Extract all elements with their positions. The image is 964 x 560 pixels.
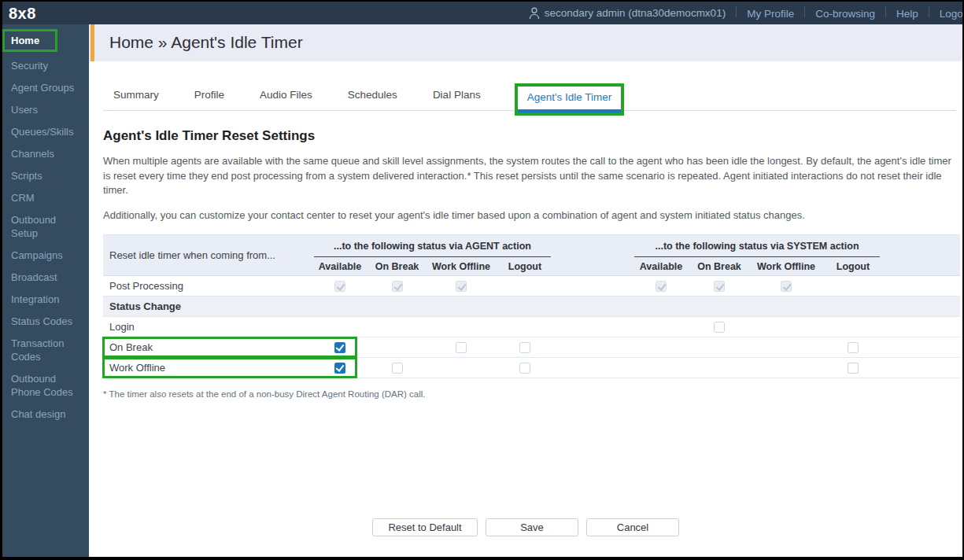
checkbox-work-offline-agent-available[interactable] xyxy=(334,363,345,374)
save-button[interactable]: Save xyxy=(486,518,578,536)
checkbox-work-offline-agent-on-break[interactable] xyxy=(392,363,403,374)
cell-system-on-break xyxy=(690,276,748,296)
table-row-status-change: Status Change xyxy=(103,297,960,317)
sidebar-item-scripts[interactable]: Scripts xyxy=(2,169,89,182)
tab-label: Summary xyxy=(113,89,159,101)
footnote: * The timer also resets at the end of a … xyxy=(103,389,956,399)
row-label: Post Processing xyxy=(103,276,312,296)
main-area: Home » Agent's Idle Timer SummaryProfile… xyxy=(89,24,962,557)
sidebar-item-security[interactable]: Security xyxy=(2,59,89,72)
sidebar-item-campaigns[interactable]: Campaigns xyxy=(2,249,89,262)
cell-system-logout xyxy=(824,337,882,357)
reset-to-default-button[interactable]: Reset to Default xyxy=(372,518,478,536)
topbar-link-co-browsing[interactable]: Co-browsing xyxy=(815,8,875,20)
page-title: Agent's Idle Timer Reset Settings xyxy=(103,128,956,144)
tab-strip: SummaryProfileAudio FilesSchedulesDial P… xyxy=(103,83,956,111)
section-label: Status Change xyxy=(103,297,312,316)
tab-summary[interactable]: Summary xyxy=(112,84,161,110)
agent-action-group: ...to the following status via AGENT act… xyxy=(312,235,553,275)
checkbox-post-processing-system-available xyxy=(656,281,667,292)
checkbox-work-offline-agent-logout[interactable] xyxy=(519,363,530,374)
content: Agent's Idle Timer Reset Settings When m… xyxy=(103,128,956,399)
topbar-divider xyxy=(885,6,886,17)
tab-label: Profile xyxy=(194,89,224,101)
sidebar: HomeSecurityAgent GroupsUsersQueues/Skil… xyxy=(2,24,89,557)
sidebar-item-broadcast[interactable]: Broadcast xyxy=(2,271,89,284)
row-label: Login xyxy=(103,317,312,337)
sidebar-item-agent-groups[interactable]: Agent Groups xyxy=(2,81,89,94)
checkbox-on-break-agent-logout[interactable] xyxy=(519,342,530,353)
cancel-button[interactable]: Cancel xyxy=(586,518,679,536)
cell-system-on-break xyxy=(690,317,748,337)
cell-agent-on-break xyxy=(368,337,426,357)
sidebar-item-integration[interactable]: Integration xyxy=(2,293,89,306)
agent-group-header: ...to the following status via AGENT act… xyxy=(314,235,551,257)
table-row-login: Login xyxy=(103,317,960,337)
sidebar-item-crm[interactable]: CRM xyxy=(2,191,89,204)
sidebar-item-channels[interactable]: Channels xyxy=(2,147,89,160)
cell-agent-work-offline xyxy=(426,317,497,337)
column-header-agent-on-break: On Break xyxy=(368,261,426,272)
row-label: Work Offline xyxy=(103,358,312,378)
topbar-link-my-profile[interactable]: My Profile xyxy=(747,8,794,20)
sidebar-item-status-codes[interactable]: Status Codes xyxy=(2,315,89,328)
sidebar-item-outbound-setup[interactable]: Outbound Setup xyxy=(2,213,89,240)
cell-agent-on-break xyxy=(368,358,426,378)
topbar-link-logout[interactable]: Logout xyxy=(940,8,962,20)
user-menu[interactable]: secondary admin (dtna30democmx01) xyxy=(529,7,726,20)
table-row-work-offline: Work Offline xyxy=(103,358,960,378)
sidebar-item-transaction-codes[interactable]: Transaction Codes xyxy=(2,337,89,363)
idle-timer-table: Reset idle timer when coming from... ...… xyxy=(103,234,960,378)
system-group-header: ...to the following status via SYSTEM ac… xyxy=(634,235,880,257)
topbar-link-help[interactable]: Help xyxy=(896,8,918,20)
checkbox-post-processing-agent-work-offline xyxy=(456,281,467,292)
tab-profile[interactable]: Profile xyxy=(193,84,226,110)
breadcrumb-bar: Home » Agent's Idle Timer xyxy=(89,24,962,61)
accent-bar xyxy=(90,24,94,61)
checkbox-on-break-agent-work-offline[interactable] xyxy=(456,342,467,353)
sidebar-item-queues-skills[interactable]: Queues/Skills xyxy=(2,125,89,138)
app-window: 8x8 secondary admin (dtna30democmx01) My… xyxy=(0,0,964,560)
cell-gap xyxy=(553,276,632,296)
cell-gap xyxy=(553,317,632,337)
tab-schedules[interactable]: Schedules xyxy=(346,84,399,110)
sidebar-item-outbound-phone-codes[interactable]: Outbound Phone Codes xyxy=(2,372,89,399)
cell-system-work-offline xyxy=(748,337,824,357)
checkbox-post-processing-agent-available xyxy=(334,281,345,292)
topbar-right: secondary admin (dtna30democmx01) My Pro… xyxy=(529,6,962,20)
cell-agent-on-break xyxy=(368,276,426,296)
cell-system-on-break xyxy=(690,358,748,378)
cell-agent-logout xyxy=(497,358,553,378)
tab-agent-s-idle-timer[interactable]: Agent's Idle Timer xyxy=(515,83,625,116)
checkbox-on-break-agent-available[interactable] xyxy=(334,342,345,353)
topbar-divider xyxy=(736,6,737,17)
active-tab-underline xyxy=(518,109,622,112)
table-row-post-processing: Post Processing xyxy=(103,276,960,297)
cell-system-work-offline xyxy=(748,276,824,296)
cell-agent-available xyxy=(312,337,368,357)
column-header-agent-work-offline: Work Offline xyxy=(426,261,497,272)
sidebar-item-chat-design[interactable]: Chat design xyxy=(2,407,89,421)
cell-system-available xyxy=(632,358,690,378)
cell-agent-logout xyxy=(497,317,553,337)
checkbox-post-processing-agent-on-break xyxy=(392,281,403,292)
cell-agent-logout xyxy=(497,276,553,296)
checkbox-work-offline-system-logout[interactable] xyxy=(848,363,859,374)
sidebar-item-users[interactable]: Users xyxy=(2,103,89,116)
checkbox-login-system-on-break[interactable] xyxy=(714,322,725,333)
cell-gap xyxy=(553,358,632,378)
checkbox-post-processing-system-on-break xyxy=(714,281,725,292)
column-header-agent-available: Available xyxy=(312,261,368,272)
sidebar-item-home[interactable]: Home xyxy=(2,29,57,52)
column-header-system-logout: Logout xyxy=(824,261,882,272)
column-header-coming-from: Reset idle timer when coming from... xyxy=(103,235,312,275)
checkbox-on-break-system-logout[interactable] xyxy=(848,342,859,353)
user-icon xyxy=(529,7,540,20)
topbar-divider xyxy=(804,6,805,17)
tab-label: Audio Files xyxy=(260,89,312,101)
cell-agent-available xyxy=(312,358,368,378)
tab-audio-files[interactable]: Audio Files xyxy=(258,84,314,110)
tab-dial-plans[interactable]: Dial Plans xyxy=(431,84,482,110)
checkbox-post-processing-system-work-offline xyxy=(781,281,792,292)
table-header: Reset idle timer when coming from... ...… xyxy=(103,234,960,276)
